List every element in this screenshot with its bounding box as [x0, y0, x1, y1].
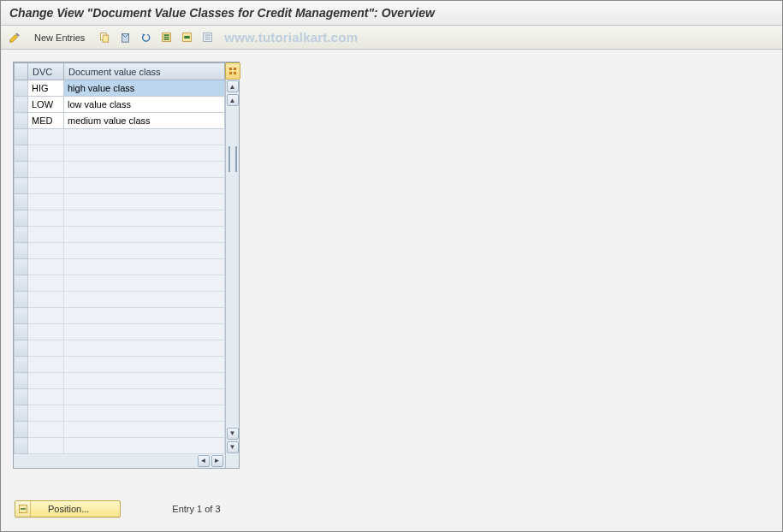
empty-cell[interactable] — [28, 210, 64, 227]
empty-cell[interactable] — [28, 324, 64, 340]
table-row — [15, 275, 225, 292]
empty-cell[interactable] — [64, 243, 225, 259]
empty-cell[interactable] — [28, 389, 64, 405]
row-selector[interactable] — [15, 243, 28, 259]
row-selector[interactable] — [15, 324, 28, 340]
empty-cell[interactable] — [64, 162, 225, 178]
table-row — [15, 324, 225, 340]
empty-cell[interactable] — [64, 324, 225, 340]
empty-cell[interactable] — [64, 405, 225, 422]
description-field[interactable] — [64, 113, 224, 128]
table-row — [15, 194, 225, 210]
delete-icon[interactable] — [116, 29, 133, 46]
empty-cell[interactable] — [64, 292, 225, 308]
copy-as-icon[interactable] — [96, 29, 113, 46]
row-selector[interactable] — [15, 80, 28, 97]
empty-cell[interactable] — [64, 178, 225, 194]
row-selector[interactable] — [15, 275, 28, 292]
select-all-icon[interactable] — [157, 29, 175, 46]
row-selector[interactable] — [15, 422, 28, 438]
row-selector[interactable] — [15, 97, 28, 113]
row-selector[interactable] — [15, 178, 28, 194]
row-selector[interactable] — [15, 227, 28, 243]
row-selector[interactable] — [15, 308, 28, 324]
dvc-field[interactable] — [28, 97, 63, 112]
entry-counter: Entry 1 of 3 — [172, 504, 220, 514]
row-selector[interactable] — [15, 389, 28, 405]
empty-cell[interactable] — [64, 194, 225, 210]
empty-cell[interactable] — [64, 340, 225, 357]
empty-cell[interactable] — [28, 145, 64, 162]
empty-cell[interactable] — [64, 308, 225, 324]
scroll-up-icon[interactable]: ▲ — [227, 80, 239, 92]
scroll-down-icon[interactable]: ▼ — [227, 441, 239, 453]
table-row — [15, 389, 225, 405]
empty-cell[interactable] — [28, 243, 64, 259]
empty-cell[interactable] — [28, 275, 64, 292]
empty-cell[interactable] — [28, 227, 64, 243]
empty-cell[interactable] — [28, 292, 64, 308]
row-selector[interactable] — [15, 113, 28, 129]
empty-cell[interactable] — [64, 129, 225, 145]
empty-cell[interactable] — [64, 227, 225, 243]
row-selector[interactable] — [15, 129, 28, 145]
column-header-dvc[interactable]: DVC — [28, 63, 64, 80]
row-selector[interactable] — [15, 194, 28, 210]
new-entries-button[interactable]: New Entries — [27, 30, 92, 45]
row-selector[interactable] — [15, 145, 28, 162]
empty-cell[interactable] — [64, 373, 225, 389]
empty-cell[interactable] — [28, 422, 64, 438]
row-selector-header[interactable] — [15, 63, 28, 80]
table-row — [15, 178, 225, 194]
scroll-right-icon[interactable]: ► — [211, 455, 223, 467]
table-configure-icon[interactable] — [225, 62, 240, 80]
position-button[interactable]: Position... — [15, 500, 121, 517]
data-grid: DVC Document value class ◄ ► — [14, 62, 225, 468]
empty-cell[interactable] — [28, 357, 64, 373]
empty-cell[interactable] — [64, 438, 225, 454]
empty-cell[interactable] — [64, 357, 225, 373]
empty-cell[interactable] — [28, 308, 64, 324]
svg-rect-11 — [205, 37, 211, 38]
row-selector[interactable] — [15, 357, 28, 373]
empty-cell[interactable] — [64, 275, 225, 292]
row-selector[interactable] — [15, 292, 28, 308]
empty-cell[interactable] — [28, 405, 64, 422]
row-selector[interactable] — [15, 340, 28, 357]
empty-cell[interactable] — [28, 438, 64, 454]
empty-cell[interactable] — [28, 259, 64, 275]
empty-cell[interactable] — [28, 178, 64, 194]
dvc-field[interactable] — [28, 80, 63, 96]
scroll-left-icon[interactable]: ◄ — [198, 455, 210, 467]
row-selector[interactable] — [15, 162, 28, 178]
empty-cell[interactable] — [64, 259, 225, 275]
table-row — [15, 210, 225, 227]
empty-cell[interactable] — [64, 422, 225, 438]
undo-change-icon[interactable] — [137, 29, 154, 46]
dvc-field[interactable] — [28, 113, 63, 128]
empty-cell[interactable] — [28, 194, 64, 210]
empty-cell[interactable] — [64, 145, 225, 162]
row-selector[interactable] — [15, 210, 28, 227]
row-selector[interactable] — [15, 405, 28, 422]
scroll-track[interactable] — [227, 108, 239, 426]
scroll-up-icon[interactable]: ▲ — [227, 94, 239, 106]
description-field[interactable] — [64, 80, 224, 96]
select-block-icon[interactable] — [178, 29, 195, 46]
row-selector[interactable] — [15, 373, 28, 389]
row-selector[interactable] — [15, 259, 28, 275]
empty-cell[interactable] — [64, 210, 225, 227]
table-row — [15, 243, 225, 259]
description-field[interactable] — [64, 97, 224, 112]
empty-cell[interactable] — [28, 340, 64, 357]
row-selector[interactable] — [15, 438, 28, 454]
empty-cell[interactable] — [28, 373, 64, 389]
empty-cell[interactable] — [64, 389, 225, 405]
empty-cell[interactable] — [28, 129, 64, 145]
toggle-display-change-icon[interactable] — [6, 29, 23, 46]
empty-cell[interactable] — [28, 162, 64, 178]
deselect-all-icon[interactable] — [199, 29, 216, 46]
column-header-description[interactable]: Document value class — [64, 63, 225, 80]
scroll-down-icon[interactable]: ▼ — [227, 428, 239, 440]
svg-rect-14 — [234, 68, 236, 70]
